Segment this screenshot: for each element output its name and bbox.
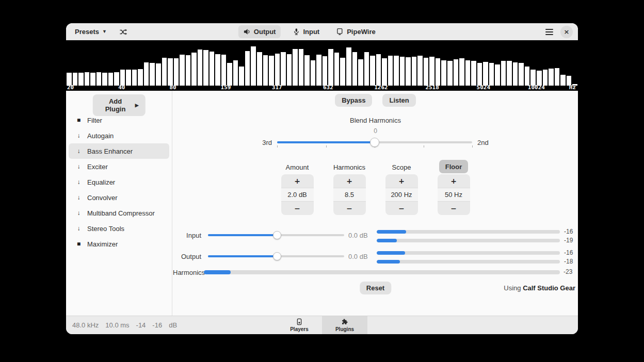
sidebar-item-label: Filter xyxy=(87,117,102,124)
frequency-label: 1262 xyxy=(374,84,388,91)
spectrum-bar xyxy=(530,70,536,86)
shuffle-button[interactable] xyxy=(115,25,132,39)
easy-effects-window: Presets ▼ Output xyxy=(66,23,578,334)
spinner-label: Amount xyxy=(286,161,309,173)
slider-handle[interactable] xyxy=(273,252,281,260)
menu-icon[interactable] xyxy=(545,29,553,35)
sidebar-item-convolver[interactable]: ↓Convolver xyxy=(69,190,169,205)
level-right: -16 xyxy=(152,321,162,329)
spectrum-bar xyxy=(191,53,197,86)
frequency-label: 159 xyxy=(221,84,231,91)
spinner-increment-button[interactable]: + xyxy=(333,174,366,188)
spectrum-bar xyxy=(507,61,512,86)
frequency-label: 632 xyxy=(323,84,333,91)
input-gain-slider[interactable] xyxy=(208,227,344,243)
input-tab-button[interactable]: Input xyxy=(287,25,324,38)
spinner-decrement-button[interactable]: − xyxy=(438,202,470,215)
output-level-meters: -16 -18 xyxy=(377,250,575,265)
spinner-value[interactable]: 8.5 xyxy=(333,188,366,202)
blend-left-label: 3rd xyxy=(262,139,272,146)
spectrum-bar xyxy=(412,57,417,86)
reset-button[interactable]: Reset xyxy=(360,282,391,294)
tab-plugins[interactable]: Plugins xyxy=(322,316,367,334)
using-credit: Using Calf Studio Gear xyxy=(504,284,575,292)
spinner-floor: Floor+50 Hz− xyxy=(438,161,470,215)
spectrum-bar xyxy=(424,58,429,86)
blend-harmonics-value: 0 xyxy=(173,127,578,135)
sidebar-item-autogain[interactable]: ↓Autogain xyxy=(69,128,169,143)
spectrum-bar xyxy=(555,68,560,86)
sidebar-item-label: Bass Enhancer xyxy=(87,147,133,155)
spectrum-bar xyxy=(323,56,328,86)
spinner-value[interactable]: 2.0 dB xyxy=(281,188,314,202)
slider-handle[interactable] xyxy=(370,138,379,147)
spinner-increment-button[interactable]: + xyxy=(281,174,314,188)
spectrum-bar xyxy=(138,69,143,86)
sidebar-item-stereo-tools[interactable]: ↓Stereo Tools xyxy=(69,221,169,236)
latency: 10.0 ms xyxy=(105,321,129,329)
shuffle-icon xyxy=(119,28,127,36)
input-tab-label: Input xyxy=(303,28,319,36)
blend-harmonics-slider[interactable] xyxy=(277,136,472,149)
sidebar-item-maximizer[interactable]: ■Maximizer xyxy=(69,236,169,252)
sidebar-item-filter[interactable]: ■Filter xyxy=(69,112,169,128)
spinner-decrement-button[interactable]: − xyxy=(385,202,418,215)
spinner-label: Harmonics xyxy=(333,161,365,173)
spinner-label[interactable]: Floor xyxy=(439,160,469,173)
output-gain-slider[interactable] xyxy=(208,248,344,265)
status-stats: 48.0 kHz 10.0 ms -14 -16 dB xyxy=(72,316,177,334)
chevron-down-icon: ▼ xyxy=(102,29,107,34)
spectrum-bar xyxy=(340,58,345,86)
meter-row: -18 xyxy=(377,258,575,265)
spinner-harmonics: Harmonics+8.5− xyxy=(333,161,366,215)
body-area: Add Plugin ▶ ■Filter↓Autogain↓Bass Enhan… xyxy=(66,91,578,316)
spinner-value[interactable]: 200 Hz xyxy=(385,188,418,202)
harmonics-meter xyxy=(204,270,560,274)
spectrum-bar xyxy=(316,55,321,86)
spectrum-bar xyxy=(429,57,434,86)
spectrum-bar xyxy=(299,49,304,86)
spectrum-bar xyxy=(549,69,554,86)
spectrum-bar xyxy=(180,55,185,86)
level-meter-fill xyxy=(377,251,405,255)
sidebar-item-multiband-compressor[interactable]: ↓Multiband Compressor xyxy=(69,205,169,221)
blend-harmonics-row: 3rd 2nd xyxy=(173,136,578,149)
tab-players[interactable]: Players xyxy=(277,316,322,334)
device-screen-icon xyxy=(336,28,344,36)
spinner-increment-button[interactable]: + xyxy=(438,174,470,188)
output-gain-row: Output 0.0 dB -16 -18 xyxy=(173,248,578,265)
listen-button[interactable]: Listen xyxy=(382,94,415,107)
sidebar-item-equalizer[interactable]: ↓Equalizer xyxy=(69,174,169,190)
spinner-value[interactable]: 50 Hz xyxy=(438,188,470,202)
slider-tick xyxy=(326,145,327,147)
spectrum-bar xyxy=(501,61,506,86)
spectrum-bar xyxy=(376,54,381,86)
spinner-label: Scope xyxy=(392,161,411,173)
bypass-button[interactable]: Bypass xyxy=(335,94,372,107)
sidebar-item-exciter[interactable]: ↓Exciter xyxy=(69,159,169,174)
using-label: Using xyxy=(504,284,521,292)
spinner-decrement-button[interactable]: − xyxy=(281,202,314,215)
presets-button[interactable]: Presets ▼ xyxy=(70,25,111,38)
puzzle-icon xyxy=(341,318,348,325)
sidebar-item-label: Convolver xyxy=(87,194,118,202)
arrow-down-icon: ↓ xyxy=(75,225,82,232)
level-left: -14 xyxy=(136,321,146,329)
close-button[interactable]: × xyxy=(560,26,573,38)
presets-label: Presets xyxy=(75,28,99,36)
square-icon: ■ xyxy=(75,240,82,248)
spinner-increment-button[interactable]: + xyxy=(385,174,418,188)
sidebar-item-bass-enhancer[interactable]: ↓Bass Enhancer xyxy=(69,143,169,159)
tab-players-label: Players xyxy=(290,326,309,332)
spectrum-bar xyxy=(447,61,453,86)
slider-handle[interactable] xyxy=(273,231,281,239)
pipewire-tab-button[interactable]: PipeWire xyxy=(331,25,380,38)
meter-row: -16 xyxy=(377,250,575,256)
spectrum-bar xyxy=(537,71,542,86)
spinner-amount: Amount+2.0 dB− xyxy=(281,161,314,215)
spectrum-bar xyxy=(388,56,393,86)
spectrum-bars xyxy=(66,40,578,91)
spinner-decrement-button[interactable]: − xyxy=(333,202,366,215)
level-meter xyxy=(377,260,560,264)
output-tab-button[interactable]: Output xyxy=(238,25,281,38)
